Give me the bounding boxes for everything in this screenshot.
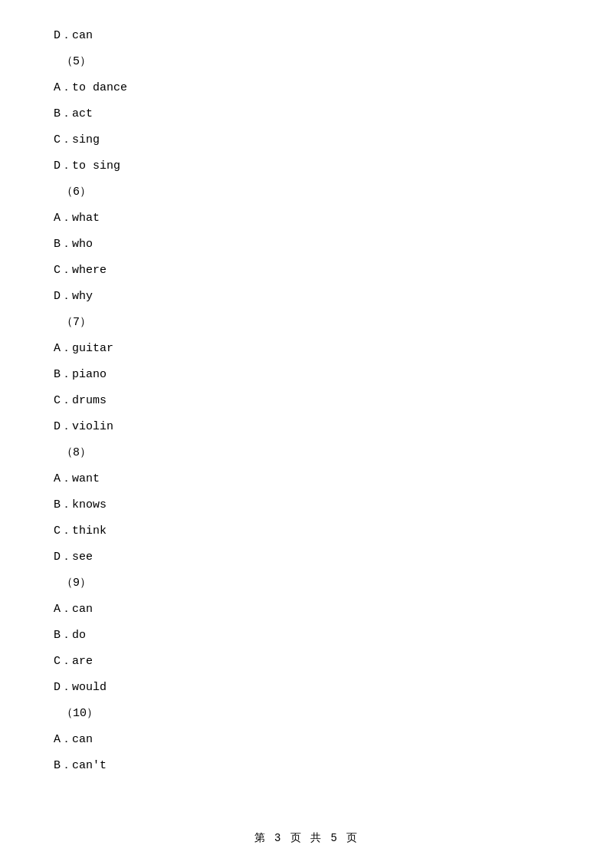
section-9: （9） bbox=[61, 570, 559, 597]
line-c-think: C．think bbox=[54, 518, 559, 544]
main-content: D．can （5） A．to dance B．act C．sing D．to s… bbox=[0, 0, 613, 825]
line-c-sing: C．sing bbox=[54, 127, 559, 153]
line-d-see: D．see bbox=[54, 544, 559, 570]
line-a-can2: A．can bbox=[54, 727, 559, 753]
line-d-can: D．can bbox=[54, 23, 559, 49]
line-c-are: C．are bbox=[54, 649, 559, 675]
section-5: （5） bbox=[61, 49, 559, 75]
line-b-knows: B．knows bbox=[54, 492, 559, 518]
line-a-what: A．what bbox=[54, 205, 559, 232]
line-d-to-sing: D．to sing bbox=[54, 153, 559, 179]
line-c-drums: C．drums bbox=[54, 388, 559, 414]
line-d-why: D．why bbox=[54, 284, 559, 310]
line-c-where: C．where bbox=[54, 258, 559, 284]
line-b-cant: B．can't bbox=[54, 753, 559, 779]
line-a-can: A．can bbox=[54, 597, 559, 623]
line-d-would: D．would bbox=[54, 675, 559, 701]
section-6: （6） bbox=[61, 179, 559, 205]
line-b-act: B．act bbox=[54, 101, 559, 127]
line-b-piano: B．piano bbox=[54, 362, 559, 388]
section-10: （10） bbox=[61, 701, 559, 727]
line-d-violin: D．violin bbox=[54, 414, 559, 440]
line-a-guitar: A．guitar bbox=[54, 336, 559, 362]
line-a-to-dance: A．to dance bbox=[54, 75, 559, 101]
section-7: （7） bbox=[61, 310, 559, 336]
line-a-want: A．want bbox=[54, 466, 559, 492]
section-8: （8） bbox=[61, 440, 559, 466]
line-b-who: B．who bbox=[54, 232, 559, 258]
line-b-do: B．do bbox=[54, 623, 559, 649]
page-footer: 第 3 页 共 5 页 bbox=[0, 831, 613, 845]
